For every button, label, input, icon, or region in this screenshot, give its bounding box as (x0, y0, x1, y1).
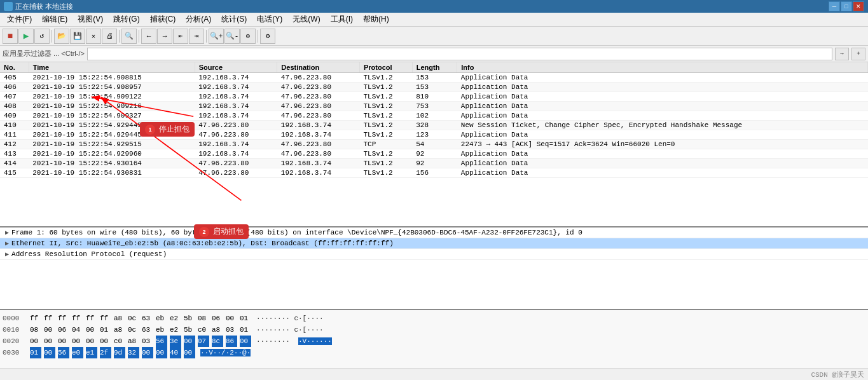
hex-byte: 00 (86, 324, 97, 336)
cell-no: 408 (0, 102, 29, 111)
cell-time: 2021-10-19 15:22:54.909327 (29, 111, 195, 121)
hex-byte: a8 (114, 324, 125, 336)
menu-item-统计S[interactable]: 统计(S) (217, 12, 251, 27)
detail-row[interactable]: ▶Frame 1: 60 bytes on wire (480 bits), 6… (0, 227, 868, 238)
cell-time: 2021-10-19 15:22:54.930831 (29, 168, 195, 178)
filter-add-button[interactable]: + (851, 48, 865, 60)
cell-time: 2021-10-19 15:22:54.930164 (29, 159, 195, 168)
hex-byte: e2 (170, 324, 181, 336)
go-back-button[interactable]: ← (141, 29, 156, 44)
menu-item-工具I[interactable]: 工具(I) (326, 12, 357, 27)
toolbar: ■ ▶ ↺ 📂 💾 ✕ 🖨 🔍 ← → ⇤ ⇥ 🔍+ 🔍- ⊙ ⚙ (0, 27, 868, 46)
menu-item-电话Y[interactable]: 电话(Y) (252, 12, 287, 27)
cell-no: 411 (0, 130, 29, 140)
table-row[interactable]: 4052021-10-19 15:22:54.908815192.168.3.7… (0, 73, 868, 83)
menu-item-帮助H[interactable]: 帮助(H) (359, 12, 394, 27)
menu-item-文件F[interactable]: 文件(F) (3, 12, 36, 27)
cell-protocol: TLSv1.2 (359, 149, 412, 159)
cell-source: 192.168.3.74 (195, 92, 277, 102)
save-file-button[interactable]: 💾 (70, 29, 85, 44)
col-no: No. (0, 62, 29, 73)
cell-protocol: TLSv1.2 (359, 168, 412, 178)
close-file-button[interactable]: ✕ (86, 29, 101, 44)
stop-capture-toolbar-button[interactable]: ■ (3, 29, 18, 44)
table-row[interactable]: 4082021-10-19 15:22:54.909216192.168.3.7… (0, 102, 868, 111)
menu-item-编辑E[interactable]: 编辑(E) (38, 12, 72, 27)
cell-protocol: TLSv1.2 (359, 102, 412, 111)
go-forward-button[interactable]: → (157, 29, 172, 44)
filter-apply-button[interactable]: → (835, 48, 849, 60)
open-file-button[interactable]: 📂 (54, 29, 69, 44)
detail-row[interactable]: ▶Address Resolution Protocol (request) (0, 249, 868, 260)
cell-no: 410 (0, 121, 29, 130)
go-last-button[interactable]: ⇥ (189, 29, 204, 44)
find-packet-button[interactable]: 🔍 (121, 29, 137, 44)
cell-info: Application Data (457, 168, 868, 178)
cell-time: 2021-10-19 15:22:54.929960 (29, 149, 195, 159)
hex-byte: 0c (128, 324, 139, 336)
hex-ascii: ········ c·[···· (256, 313, 345, 324)
menu-item-视图V[interactable]: 视图(V) (73, 12, 107, 27)
table-row[interactable]: 4152021-10-19 15:22:54.93083147.96.223.8… (0, 168, 868, 178)
menu-item-分析A[interactable]: 分析(A) (181, 12, 216, 27)
menu-bar: 文件(F)编辑(E)视图(V)跳转(G)捕获(C)分析(A)统计(S)电话(Y)… (0, 13, 868, 27)
cell-no: 409 (0, 111, 29, 121)
cell-protocol: TLSv1.2 (359, 73, 412, 83)
hex-byte: ff (30, 313, 41, 324)
menu-item-跳转G[interactable]: 跳转(G) (109, 12, 144, 27)
zoom-normal-button[interactable]: ⊙ (240, 29, 256, 44)
hex-byte: 0c (128, 313, 139, 324)
filter-input[interactable] (87, 48, 832, 60)
table-row[interactable]: 4142021-10-19 15:22:54.93016447.96.223.8… (0, 159, 868, 168)
minimize-button[interactable]: ─ (829, 1, 840, 11)
print-button[interactable]: 🖨 (102, 29, 117, 44)
start-label: 启动抓包 (213, 227, 244, 236)
expand-icon: ▶ (5, 240, 9, 247)
toolbar-separator-4 (206, 30, 207, 43)
detail-text: Ethernet II, Src: HuaweiTe_eb:e2:5b (a8:… (11, 240, 394, 247)
close-button[interactable]: ✕ (853, 1, 864, 11)
hex-row: 0020000000000000c0a803563e00078c8600····… (3, 336, 865, 347)
zoom-out-button[interactable]: 🔍- (224, 29, 240, 44)
cell-info: Application Data (457, 83, 868, 92)
cell-no: 412 (0, 140, 29, 149)
start-capture-tooltip: 2 启动抓包 (194, 224, 249, 239)
watermark-text: CSDN @浪子昊天 (811, 370, 864, 379)
hex-bytes-group: ffffffffffffa80c63ebe25b08060001 (30, 313, 251, 324)
cell-time: 2021-10-19 15:22:54.909122 (29, 92, 195, 102)
menu-item-捕获C[interactable]: 捕获(C) (146, 12, 181, 27)
menu-item-无线W[interactable]: 无线(W) (288, 12, 324, 27)
table-row[interactable]: 4062021-10-19 15:22:54.908957192.168.3.7… (0, 83, 868, 92)
cell-protocol: TLSv1.2 (359, 92, 412, 102)
cell-source: 192.168.3.74 (195, 102, 277, 111)
table-row[interactable]: 4072021-10-19 15:22:54.909122192.168.3.7… (0, 92, 868, 102)
capture-options-button[interactable]: ⚙ (260, 29, 275, 44)
hex-byte: 00 (184, 347, 195, 358)
cell-dest: 192.168.3.74 (277, 121, 360, 130)
cell-length: 54 (412, 140, 457, 149)
column-header-row: No. Time Source Destination Protocol Len… (0, 62, 868, 73)
table-row[interactable]: 4122021-10-19 15:22:54.929515192.168.3.7… (0, 140, 868, 149)
packet-list[interactable]: No. Time Source Destination Protocol Len… (0, 62, 868, 227)
cell-info: Application Data (457, 92, 868, 102)
detail-row[interactable]: ▶Ethernet II, Src: HuaweiTe_eb:e2:5b (a8… (0, 238, 868, 249)
table-row[interactable]: 4092021-10-19 15:22:54.909327192.168.3.7… (0, 111, 868, 121)
hex-byte: 04 (72, 324, 83, 336)
hex-byte: c0 (198, 324, 209, 336)
hex-byte: 40 (170, 347, 181, 358)
cell-info: 22473 → 443 [ACK] Seq=1517 Ack=3624 Win=… (457, 140, 868, 149)
zoom-in-button[interactable]: 🔍+ (209, 29, 224, 44)
restart-capture-button[interactable]: ↺ (34, 29, 50, 44)
hex-byte: 08 (30, 324, 41, 336)
go-first-button[interactable]: ⇤ (173, 29, 188, 44)
start-capture-toolbar-button[interactable]: ▶ (18, 29, 34, 44)
cell-protocol: TLSv1.2 (359, 130, 412, 140)
table-row[interactable]: 4132021-10-19 15:22:54.929960192.168.3.7… (0, 149, 868, 159)
hex-byte: 01 (240, 324, 251, 336)
table-row[interactable]: 4112021-10-19 15:22:54.92944547.96.223.8… (0, 130, 868, 140)
detail-panel[interactable]: ▶Frame 1: 60 bytes on wire (480 bits), 6… (0, 227, 868, 310)
table-row[interactable]: 4102021-10-19 15:22:54.92944547.96.223.8… (0, 121, 868, 130)
maximize-button[interactable]: □ (841, 1, 852, 11)
cell-length: 156 (412, 168, 457, 178)
hex-byte: 56 (156, 336, 167, 347)
